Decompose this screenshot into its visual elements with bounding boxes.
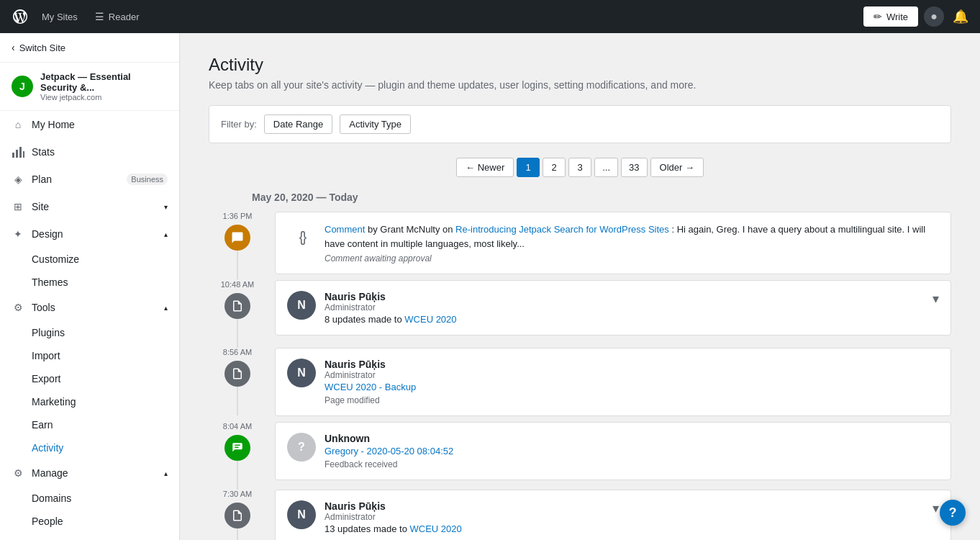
help-button[interactable]: ? [940,500,966,526]
svg-rect-3 [23,151,24,158]
site-icon: ⊞ [12,200,24,213]
activity-post-link[interactable]: WCEU 2020 [404,314,456,325]
notifications-button[interactable]: 🔔 [950,6,971,27]
expand-button[interactable]: ▾ [933,500,939,516]
jetpack-name: Jetpack — Essential Security &... [40,71,168,93]
activity-card-inner: N Nauris Pūķis Administrator 13 updates … [287,500,939,534]
switch-site-label: Switch Site [19,42,65,53]
user-avatar[interactable]: ● [924,6,944,27]
activity-item: 7:30 AM N Nauris Pūķis Administrator [209,490,951,540]
activity-desc: WCEU 2020 - Backup [325,382,939,392]
reader-label: Reader [109,12,140,22]
activity-body: Unknown Gregory - 2020-05-20 08:04:52 Fe… [325,433,939,469]
comment-by: by Grant McNulty on [368,224,455,235]
sidebar-item-my-home[interactable]: ⌂ My Home [0,111,179,138]
sidebar-item-activity[interactable]: Activity [0,436,179,459]
comment-action-link[interactable]: Comment [325,224,365,235]
activity-meta: Feedback received [325,459,939,469]
activity-user: Unknown [325,433,939,444]
comment-approval-status: Comment awaiting approval [325,253,939,264]
older-button[interactable]: Older → [650,158,704,177]
page-title: Activity [209,55,951,75]
svg-rect-2 [19,147,22,158]
filter-bar: Filter by: Date Range Activity Type [209,105,951,143]
tools-icon: ⚙ [12,301,24,314]
timeline-line [237,528,238,540]
sidebar-item-stats[interactable]: Stats [0,138,179,166]
svg-rect-0 [12,153,14,158]
my-home-label: My Home [32,119,75,130]
sidebar-item-earn[interactable]: Earn [0,413,179,436]
sidebar-item-plugins[interactable]: Plugins [0,321,179,344]
sidebar-item-people[interactable]: People [0,510,179,533]
page-2-button[interactable]: 2 [543,158,566,177]
comment-text: Comment by Grant McNulty on Re-introduci… [325,222,939,251]
activity-card: N Nauris Pūķis Administrator 13 updates … [275,490,951,540]
plan-icon: ◈ [12,173,24,186]
expand-button[interactable]: ▾ [933,291,939,307]
page-timeline-icon [224,361,250,387]
jetpack-item[interactable]: J Jetpack — Essential Security &... View… [0,63,179,111]
sidebar-item-plan[interactable]: ◈ Plan Business [0,166,179,193]
time-label: 8:04 AM [223,422,252,431]
pagination: ← Newer 1 2 3 ... 33 Older → [209,158,951,177]
page-3-button[interactable]: 3 [568,158,591,177]
site-chevron-icon: ▾ [164,203,168,211]
activity-post-link[interactable]: Gregory - 2020-05-20 08:04:52 [325,446,453,456]
activity-card: { } Comment by Grant McNulty on Re-intro… [275,212,951,274]
top-nav-right: ✏ Write ● 🔔 [863,6,971,27]
activity-post-link[interactable]: WCEU 2020 - Backup [325,382,416,392]
plan-label: Plan [32,174,52,185]
activity-user: Nauris Pūķis [325,500,924,512]
time-label: 10:48 AM [221,280,254,289]
timeline-line [237,387,238,415]
time-label: 7:30 AM [223,490,252,498]
sidebar: ‹ Switch Site J Jetpack — Essential Secu… [0,33,180,540]
page-33-button[interactable]: 33 [621,158,647,177]
activity-card: ? Unknown Gregory - 2020-05-20 08:04:52 … [275,422,951,480]
design-label: Design [32,228,63,240]
activity-card-inner: ? Unknown Gregory - 2020-05-20 08:04:52 … [287,433,939,469]
sidebar-item-themes[interactable]: Themes [0,271,179,294]
home-icon: ⌂ [12,118,24,131]
svg-rect-1 [16,150,18,158]
filter-label: Filter by: [221,119,257,130]
write-button[interactable]: ✏ Write [863,6,918,27]
activity-desc: 13 updates made to WCEU 2020 [325,523,924,534]
timeline-col: 8:04 AM [209,422,266,490]
design-chevron-icon: ▴ [164,230,168,238]
my-sites-nav[interactable]: My Sites [35,7,85,27]
wordpress-logo-icon[interactable] [9,5,32,28]
activity-body: Nauris Pūķis Administrator WCEU 2020 - B… [325,359,939,405]
sidebar-item-site[interactable]: ⊞ Site ▾ [0,193,179,220]
time-label: 8:56 AM [223,348,252,356]
switch-site-button[interactable]: ‹ Switch Site [0,33,179,63]
sidebar-item-export[interactable]: Export [0,367,179,390]
activity-post-link[interactable]: WCEU 2020 [410,523,462,534]
sidebar-item-import[interactable]: Import [0,344,179,367]
manage-label: Manage [32,467,68,479]
date-range-filter[interactable]: Date Range [264,114,332,134]
page-description: Keep tabs on all your site's activity — … [209,79,951,91]
sidebar-item-design[interactable]: ✦ Design ▴ [0,220,179,248]
activity-card: N Nauris Pūķis Administrator 8 updates m… [275,280,951,336]
activity-list: 1:36 PM { } Com [209,212,951,540]
date-group: May 20, 2020 — Today 1:36 PM { [209,192,951,540]
jetpack-text: Jetpack — Essential Security &... View j… [40,71,168,102]
comment-post-link[interactable]: Re-introducing Jetpack Search for WordPr… [455,224,669,235]
sidebar-item-settings[interactable]: Settings [0,533,179,540]
page-1-button[interactable]: 1 [517,158,540,177]
activity-user: Nauris Pūķis [325,291,924,302]
main-layout: ‹ Switch Site J Jetpack — Essential Secu… [0,33,980,540]
activity-item: 1:36 PM { } Com [209,212,951,280]
sidebar-item-customize[interactable]: Customize [0,248,179,271]
sidebar-item-tools[interactable]: ⚙ Tools ▴ [0,294,179,321]
sidebar-item-manage[interactable]: ⚙ Manage ▴ [0,459,179,487]
newer-button[interactable]: ← Newer [456,158,514,177]
activity-type-filter[interactable]: Activity Type [340,114,411,134]
sidebar-item-domains[interactable]: Domains [0,487,179,510]
sidebar-item-marketing[interactable]: Marketing [0,390,179,413]
user-avatar: N [287,500,316,529]
manage-chevron-icon: ▴ [164,469,168,477]
reader-nav[interactable]: ☰ Reader [88,6,147,27]
